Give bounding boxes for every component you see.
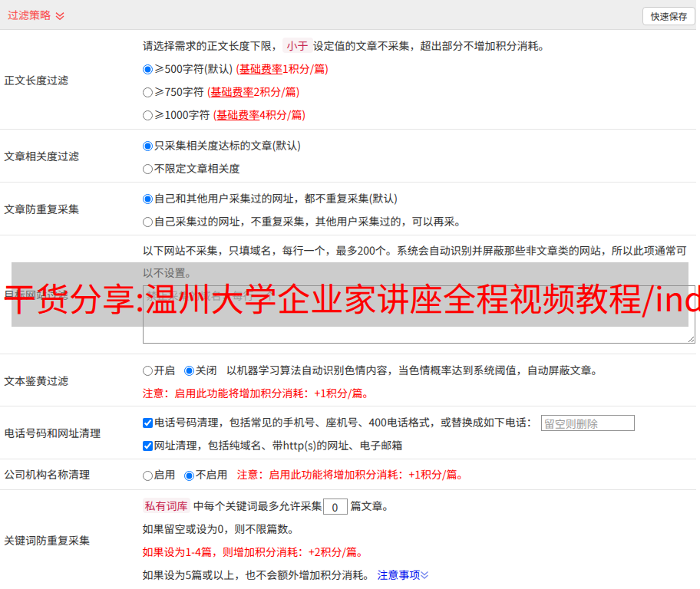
fee-term: 基础费率 — [211, 84, 254, 99]
keyword-note-1-4: 如果设为1-4篇，则增加积分消耗：+2积分/篇。 — [143, 540, 696, 563]
radio-porn-off[interactable] — [184, 366, 194, 376]
private-dict-link[interactable]: 私有词库 — [143, 498, 190, 513]
company-clean-note: 注意：启用此功能将增加积分消耗：+1积分/篇。 — [237, 466, 468, 482]
phone-clean-row: 电话号码清理，包括常见的手机号、座机号、400电话格式，或替换成如下电话： — [143, 410, 696, 433]
section-porn-filter: 文本鉴黄过滤 开启关闭以机器学习算法自动识别色情内容，当色情概率达到系统阈值，自… — [0, 354, 696, 406]
checkbox-url-clean[interactable] — [143, 441, 153, 451]
quick-save-button[interactable]: 快速保存 — [642, 7, 695, 25]
porn-filter-description: 以机器学习算法自动识别色情内容，当色情概率达到系统阈值，自动屏蔽文章。 — [226, 362, 603, 377]
radio-porn-off-label[interactable]: 关闭 — [196, 362, 217, 377]
url-clean-row: 网址清理，包括纯域名、带http(s)的网址、电子邮箱 — [143, 433, 696, 456]
radio-dedup-all-label[interactable]: 自己和其他用户采集过的网址，都不重复采集(默认) — [154, 190, 398, 206]
section-relevance: 文章相关度过滤 只采集相关度达标的文章(默认) 不限定文章相关度 — [0, 130, 696, 183]
radio-relevance-strict-label[interactable]: 只采集相关度达标的文章(默认) — [154, 137, 301, 153]
radio-relevance-any-label[interactable]: 不限定文章相关度 — [154, 160, 240, 176]
radio-company-off-label[interactable]: 不启用 — [196, 466, 228, 482]
radio-500chars-label[interactable]: ≥500字符(默认) — [154, 61, 233, 76]
radio-row-750: ≥750字符(基础费率2积分/篇) — [143, 80, 696, 103]
section-company-clean: 公司机构名称清理 启用不启用注意：启用此功能将增加积分消耗：+1积分/篇。 — [0, 459, 696, 491]
section-label-relevance: 文章相关度过滤 — [0, 130, 143, 182]
radio-1000chars[interactable] — [143, 110, 153, 120]
radio-company-off[interactable] — [184, 471, 194, 481]
radio-row-dedup-own: 自己采集过的网址，不重复采集，其他用户采集过的，可以再采。 — [143, 209, 696, 232]
replacement-phone-input[interactable] — [541, 415, 635, 431]
radio-row-relevance-any: 不限定文章相关度 — [143, 156, 696, 179]
section-label-dedup: 文章防重复采集 — [0, 183, 143, 235]
section-dedup: 文章防重复采集 自己和其他用户采集过的网址，都不重复采集(默认) 自己采集过的网… — [0, 183, 696, 235]
radio-company-on[interactable] — [143, 471, 153, 481]
radio-750chars-label[interactable]: ≥750字符 — [154, 84, 204, 99]
notes-link[interactable]: 注意事项 — [377, 567, 420, 582]
filter-strategy-page: { "window": { "width": 912, "height": 76… — [0, 0, 700, 589]
fee-note-1000: (基础费率4积分/篇) — [213, 107, 306, 122]
link-double-chevron-down-icon — [420, 571, 429, 580]
section-content-length: 正文长度过滤 请选择需求的正文长度下限，小于设定值的文章不采集，超出部分不增加积… — [0, 30, 696, 130]
fee-note-750: (基础费率2积分/篇) — [207, 84, 300, 99]
radio-company-on-label[interactable]: 启用 — [154, 466, 176, 482]
radio-row-dedup-all: 自己和其他用户采集过的网址，都不重复采集(默认) — [143, 186, 696, 209]
radio-500chars[interactable] — [143, 64, 153, 74]
company-clean-radio-row: 启用不启用注意：启用此功能将增加积分消耗：+1积分/篇。 — [143, 462, 696, 485]
fee-term: 基础费率 — [239, 61, 282, 76]
section-header-bar: 过滤策略 快速保存 — [0, 0, 696, 30]
fee-note-500: (基础费率1积分/篇) — [236, 61, 329, 76]
section-label-content-length: 正文长度过滤 — [0, 30, 143, 129]
section-label-phone-url-clean: 电话号码和网址清理 — [0, 406, 143, 459]
checkbox-url-clean-label[interactable]: 网址清理，包括纯域名、带http(s)的网址、电子邮箱 — [154, 437, 403, 452]
radio-porn-on[interactable] — [143, 366, 153, 376]
overlay-marquee-text: 干货分享:温州大学企业家讲座全程视频教程/ind — [3, 265, 700, 330]
porn-filter-radio-row: 开启关闭以机器学习算法自动识别色情内容，当色情概率达到系统阈值，自动屏蔽文章。 — [143, 358, 696, 381]
radio-dedup-all[interactable] — [143, 194, 153, 204]
radio-750chars[interactable] — [143, 87, 153, 97]
radio-row-500: ≥500字符(默认)(基础费率1积分/篇) — [143, 57, 696, 80]
page-title-text: 过滤策略 — [8, 7, 51, 22]
content-length-intro: 请选择需求的正文长度下限，小于设定值的文章不采集，超出部分不增加积分消耗。 — [143, 34, 696, 57]
porn-filter-note: 注意：启用此功能将增加积分消耗：+1积分/篇。 — [143, 381, 696, 404]
radio-row-1000: ≥1000字符(基础费率4积分/篇) — [143, 103, 696, 126]
radio-row-relevance-strict: 只采集相关度达标的文章(默认) — [143, 133, 696, 156]
section-label-porn-filter: 文本鉴黄过滤 — [0, 354, 143, 406]
section-keyword-dedup: 关键词防重复采集 私有词库中每个关键词最多允许采集篇文章。 如果留空或设为0，则… — [0, 490, 696, 589]
checkbox-phone-clean[interactable] — [143, 418, 153, 428]
section-label-company-clean: 公司机构名称清理 — [0, 459, 143, 490]
keyword-limit-row: 私有词库中每个关键词最多允许采集篇文章。 — [143, 494, 696, 517]
radio-dedup-own[interactable] — [143, 217, 153, 227]
radio-relevance-strict[interactable] — [143, 141, 153, 151]
radio-relevance-any[interactable] — [143, 164, 153, 174]
fee-term: 基础费率 — [216, 107, 259, 122]
keyword-count-input[interactable] — [323, 499, 348, 515]
keyword-note-empty: 如果留空或设为0，则不限篇数。 — [143, 517, 696, 540]
radio-1000chars-label[interactable]: ≥1000字符 — [154, 107, 210, 122]
radio-dedup-own-label[interactable]: 自己采集过的网址，不重复采集，其他用户采集过的，可以再采。 — [154, 213, 466, 229]
section-phone-url-clean: 电话号码和网址清理 电话号码清理，包括常见的手机号、座机号、400电话格式，或替… — [0, 406, 696, 459]
highlight-less-than: 小于 — [282, 38, 313, 53]
page-title[interactable]: 过滤策略 — [8, 0, 64, 29]
double-chevron-down-icon — [55, 12, 64, 21]
radio-porn-on-label[interactable]: 开启 — [154, 362, 176, 377]
checkbox-phone-clean-label[interactable]: 电话号码清理，包括常见的手机号、座机号、400电话格式，或替换成如下电话： — [154, 414, 537, 429]
section-label-keyword-dedup: 关键词防重复采集 — [0, 490, 143, 589]
keyword-note-5plus: 如果设为5篇或以上，也不会额外增加积分消耗。注意事项 — [143, 563, 696, 586]
